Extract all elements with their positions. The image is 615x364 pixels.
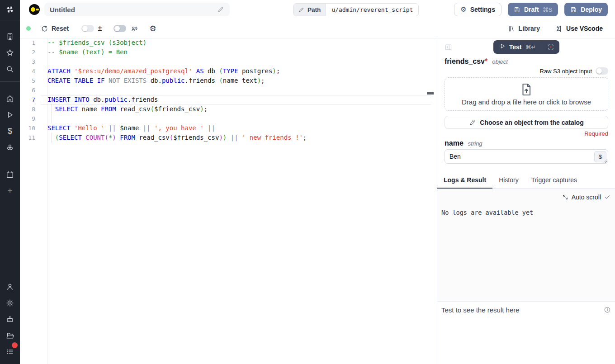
library-button[interactable]: Library — [508, 25, 540, 33]
result-placeholder: Test to see the result here — [441, 306, 520, 314]
code-text: SELECT 'Hello ' || $name || ', you have … — [41, 123, 431, 133]
ai-assistant-robot-icon[interactable] — [5, 314, 15, 324]
editor-toolbar: Reset ± ⚙ Library Use VScode — [20, 19, 615, 38]
collapse-panel-icon[interactable] — [445, 43, 452, 51]
settings-gear-icon[interactable] — [5, 298, 15, 308]
indent-guide — [51, 133, 52, 142]
tab-logs-result[interactable]: Logs & Result — [437, 176, 492, 189]
code-line-5[interactable]: 5CREATE TABLE IF NOT EXISTS db.public.fr… — [20, 76, 437, 85]
reset-button[interactable]: Reset — [41, 25, 69, 33]
result-area: Test to see the result here — [437, 301, 615, 364]
code-line-7[interactable]: 7INSERT INTO db.public.friends — [20, 95, 437, 104]
user-icon[interactable] — [5, 282, 15, 292]
code-text — [41, 57, 431, 66]
code-line-11[interactable]: 11 (SELECT COUNT(*) FROM read_csv($frien… — [20, 133, 437, 142]
test-panel: Test ⌘↵ friends_csv* object Raw S3 objec… — [437, 38, 615, 364]
arg-type: object — [492, 58, 508, 65]
resize-grip[interactable] — [603, 159, 607, 163]
test-button-group: Test ⌘↵ — [493, 40, 560, 54]
code-line-3[interactable]: 3 — [20, 57, 437, 66]
path-value: u/admin/reverent_script — [326, 4, 418, 16]
test-button[interactable]: Test ⌘↵ — [493, 40, 542, 54]
line-number: 8 — [20, 104, 35, 114]
save-icon — [514, 6, 520, 13]
multiplayer-toggle[interactable] — [114, 25, 126, 32]
use-vscode-button[interactable]: Use VScode — [555, 25, 603, 33]
changelog-list-icon[interactable] — [5, 347, 15, 357]
code-line-1[interactable]: 1-- $friends_csv (s3object) — [20, 38, 437, 47]
diff-toggle[interactable] — [81, 25, 94, 32]
line-number: 10 — [20, 123, 35, 133]
code-editor[interactable]: 1-- $friends_csv (s3object)2-- $name (te… — [20, 38, 437, 364]
line-number: 2 — [20, 47, 35, 57]
draft-shortcut: ⌘S — [543, 6, 553, 13]
folders-icon[interactable] — [5, 331, 15, 340]
draft-button[interactable]: Draft ⌘S — [508, 3, 558, 16]
path-widget[interactable]: Path u/admin/reverent_script — [293, 3, 419, 16]
refresh-icon — [41, 25, 48, 33]
raw-s3-toggle[interactable] — [596, 67, 608, 75]
info-icon[interactable] — [604, 306, 611, 313]
runs-play-icon[interactable] — [5, 110, 15, 120]
arg-type: string — [468, 140, 483, 147]
line-number: 4 — [20, 66, 35, 76]
favorites-star-icon[interactable] — [5, 48, 15, 58]
line-number: 9 — [20, 114, 35, 123]
line-number: 11 — [20, 133, 35, 142]
file-dropzone[interactable]: Drag and drop a file here or click to br… — [445, 77, 608, 111]
arg-name: name — [445, 139, 464, 147]
code-line-8[interactable]: 8 SELECT name FROM read_csv($friends_csv… — [20, 104, 437, 114]
code-line-2[interactable]: 2-- $name (text) = Ben — [20, 47, 437, 57]
editor-settings-gear-icon[interactable]: ⚙ — [149, 25, 156, 33]
indent-guide — [51, 104, 52, 123]
test-panel-header: Test ⌘↵ — [445, 40, 608, 54]
code-line-6[interactable]: 6 — [20, 85, 437, 95]
code-text: SELECT name FROM read_csv($friends_csv); — [41, 104, 431, 114]
line-number: 6 — [20, 85, 35, 95]
code-text: INSERT INTO db.public.friends — [41, 95, 431, 104]
arg-name: friends_csv* — [445, 57, 487, 66]
edit-title-pencil-icon[interactable] — [217, 6, 224, 13]
required-asterisk: * — [485, 57, 487, 65]
name-input-value: Ben — [449, 153, 603, 160]
notification-dot — [12, 342, 18, 348]
choose-object-catalog-button[interactable]: Choose an object from the catalog — [445, 116, 608, 129]
overview-ruler-cursor-marker — [427, 92, 434, 95]
code-lines: 1-- $friends_csv (s3object)2-- $name (te… — [20, 38, 437, 142]
create-plus-icon[interactable]: + — [5, 186, 15, 196]
save-icon — [570, 6, 577, 13]
arg-friends-csv-header: friends_csv* object — [445, 57, 608, 66]
windmill-logo-icon[interactable] — [5, 5, 15, 14]
plus-minus-icon: ± — [98, 24, 102, 33]
path-button[interactable]: Path — [293, 4, 326, 16]
schedules-calendar-icon[interactable] — [5, 170, 15, 180]
code-text — [41, 85, 431, 95]
settings-button[interactable]: ⚙ Settings — [454, 3, 501, 16]
script-title-input[interactable]: Untitled — [44, 3, 230, 16]
code-line-9[interactable]: 9 — [20, 114, 437, 123]
line-number: 7 — [20, 95, 35, 104]
required-label: Required — [445, 130, 608, 137]
code-text: CREATE TABLE IF NOT EXISTS db.public.fri… — [41, 76, 431, 85]
no-logs-message: No logs are available yet — [441, 209, 533, 216]
left-sidebar: $ + — [0, 0, 20, 364]
resources-icon[interactable] — [5, 142, 15, 152]
search-icon[interactable] — [5, 64, 15, 74]
tab-trigger-captures[interactable]: Trigger captures — [525, 176, 583, 188]
library-icon — [508, 25, 516, 33]
sidebar-divider — [0, 81, 20, 82]
auto-scroll-control[interactable]: Auto scroll — [562, 194, 610, 201]
dropzone-text: Drag and drop a file here or click to br… — [462, 98, 591, 106]
deploy-button[interactable]: Deploy — [564, 3, 608, 16]
capture-test-icon[interactable] — [542, 40, 559, 54]
code-line-4[interactable]: 4ATTACH '$res:u/demo/amazed_postgresql' … — [20, 66, 437, 76]
workspace-building-icon[interactable] — [5, 32, 15, 42]
variables-dollar-icon[interactable]: $ — [5, 126, 15, 136]
tab-history[interactable]: History — [492, 176, 525, 188]
code-text — [41, 114, 431, 123]
duckdb-language-icon — [29, 4, 40, 15]
home-icon[interactable] — [5, 94, 15, 104]
name-input[interactable]: Ben $ — [445, 149, 608, 164]
script-title: Untitled — [50, 6, 217, 14]
code-line-10[interactable]: 10SELECT 'Hello ' || $name || ', you hav… — [20, 123, 437, 133]
